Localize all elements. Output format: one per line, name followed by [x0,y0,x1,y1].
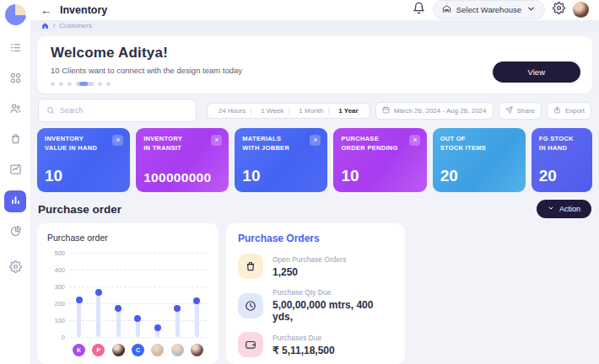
range-1-year[interactable]: 1 Year [333,107,363,115]
stat-value: 10 [242,167,320,185]
chart-point [109,253,128,337]
date-range-picker[interactable]: March 26, 2024 - Aug 26, 2024 [375,102,494,120]
y-axis-label: 300 [47,283,65,291]
stat-label: MATERIALS [242,135,281,142]
search-box[interactable] [38,99,197,122]
range-24-hours[interactable]: 24 Hours [213,107,251,115]
carousel-dot[interactable] [98,82,102,86]
gear-icon [9,260,22,276]
arrow-up-right-icon[interactable] [211,135,222,146]
back-button[interactable]: ← [40,4,52,16]
sidebar-item-analytics[interactable] [5,222,25,243]
bell-icon [413,2,425,18]
chart-title: Purchase order [47,233,208,243]
bag-icon [238,254,263,279]
carousel-dot[interactable] [59,82,63,86]
arrow-up-right-icon[interactable] [112,135,123,146]
stat-card-fg-stock-in-hand[interactable]: FG STOCKIN HAND 20 [532,128,592,192]
share-button[interactable]: Share [499,102,542,120]
chart-point [187,253,207,337]
stat-card-purchase-order-pending[interactable]: PURCHASEORDER PENDING 10 [333,128,426,192]
stat-card-out-of-stock-items[interactable]: OUT OFSTOCK ITEMS 20 [433,128,526,192]
settings-button[interactable] [553,2,565,18]
chart-points [69,253,207,337]
lollipop-stem [175,309,180,337]
carousel-dot[interactable] [51,82,55,86]
share-label: Share [517,107,535,115]
chart-avatar [151,344,164,356]
export-icon [553,106,561,115]
carousel-dot-active[interactable] [76,82,94,86]
chart-point [69,253,89,337]
y-axis-label: 100 [47,317,65,324]
stat-value: 20 [440,167,518,185]
sidebar-item-settings[interactable] [5,258,25,278]
chart-avatar: P [92,344,105,356]
sidebar-item-orders[interactable] [5,130,25,150]
chart-avatar: C [132,344,144,356]
range-1-week[interactable]: 1 Week [256,107,289,115]
sidebar-item-reports[interactable] [5,160,25,180]
stat-cards-row: INVENTORYVALUE IN HAND 10 INVENTORYIN TR… [37,128,592,192]
purchase-order-chart-card: Purchase order KPC 0100200300400500 [37,223,219,364]
data-point-dot [95,289,102,296]
arrow-up-right-icon[interactable] [409,135,420,146]
page-title: Inventory [60,4,107,16]
stat-card-inventory-value-in-hand[interactable]: INVENTORYVALUE IN HAND 10 [37,128,130,192]
search-input[interactable] [60,106,188,115]
gear-icon [553,2,565,18]
stat-label: STOCK ITEMS [440,144,486,152]
task-list-icon [9,41,22,57]
calendar-icon [382,106,390,115]
sidebar-item-tasks[interactable] [5,39,25,59]
stat-label: INVENTORY [45,135,84,142]
warehouse-selector-label: Select Warehouse [456,5,521,14]
po-row-label: Open Purchase Orders [273,255,346,264]
po-row-open-orders: Open Purchase Orders 1,250 [238,254,393,279]
stat-value: 100000000 [143,170,221,185]
stat-value: 10 [341,167,418,185]
po-row-label: Purchases Due [273,334,335,342]
view-button[interactable]: View [493,62,580,83]
stat-label: ORDER PENDING [341,144,397,152]
action-button[interactable]: Action [537,200,591,218]
user-avatar[interactable] [573,2,589,18]
lollipop-stem [77,301,81,337]
range-1-month[interactable]: 1 Month [294,107,329,115]
y-axis-label: 0 [47,334,65,341]
stat-card-materials-with-jobber[interactable]: MATERIALSWITH JOBBER 10 [235,128,327,192]
section-title: Purchase order [38,203,121,216]
chart-point [89,253,108,337]
breadcrumb-item-customers[interactable]: Customers [59,22,92,29]
pie-chart-icon [9,225,22,241]
stat-label: PURCHASE [341,135,379,142]
app-logo [5,4,26,25]
notification-bell-button[interactable] [413,2,425,18]
carousel-dot[interactable] [106,82,111,86]
export-button[interactable]: Export [547,102,591,120]
stat-label: OUT OF [440,135,466,142]
po-row-label: Purchase Qty Due [273,288,393,297]
arrow-up-right-icon[interactable] [310,135,321,146]
carousel-dot[interactable] [67,82,72,86]
y-axis-label: 500 [47,249,65,257]
filter-row: 24 Hours 1 Week 1 Month 1 Year March 26,… [38,99,591,122]
stat-value: 20 [539,167,585,185]
sidebar-item-inventory[interactable] [4,190,26,212]
time-range-selector: 24 Hours 1 Week 1 Month 1 Year [207,103,370,119]
search-icon [46,103,55,118]
chart-avatar [112,344,125,356]
sidebar-item-customers[interactable] [5,99,25,120]
chart-area: KPC 0100200300400500 [47,249,208,357]
sidebar-item-dashboard[interactable] [5,69,25,89]
stat-value: 10 [45,167,122,185]
lollipop-stem [195,302,199,337]
home-icon[interactable] [41,22,49,29]
stat-label: IN HAND [539,144,567,152]
shopping-bag-icon [9,132,22,148]
welcome-title: Welcome Aditya! [51,45,579,62]
po-row-value: 1,250 [273,266,346,278]
top-bar: ← Inventory Select Warehouse [30,0,599,20]
warehouse-selector[interactable]: Select Warehouse [433,0,545,19]
stat-card-inventory-in-transit[interactable]: INVENTORYIN TRANSIT 100000000 [136,128,229,192]
